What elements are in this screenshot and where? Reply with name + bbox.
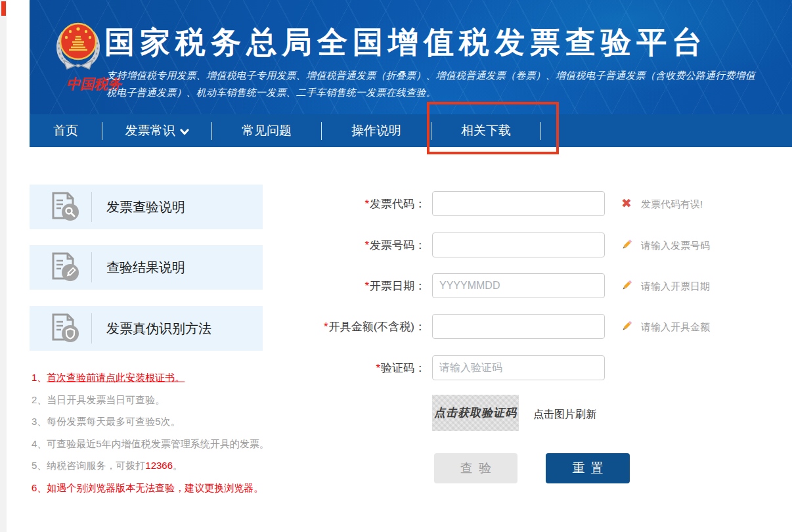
document-edit-icon xyxy=(48,250,82,284)
verify-button[interactable]: 查验 xyxy=(434,453,517,483)
note-item-3: 3、 每份发票每天最多可查验5次。 xyxy=(32,416,320,438)
note-number: 2、 xyxy=(32,394,47,407)
nav-divider xyxy=(540,122,541,140)
note-text: 当日开具发票当日可查验。 xyxy=(47,394,165,407)
sidebar-card-result-notes[interactable]: 查验结果说明 xyxy=(30,245,263,290)
captcha-refresh-link[interactable]: 点击图片刷新 xyxy=(533,408,596,422)
site-header: 中国税务 国家税务总局全国增值税发票查验平台 支持增值税专用发票、增值税电子专用… xyxy=(30,0,792,114)
label-text: 发票号码： xyxy=(370,239,426,252)
amount-hint: 请输入开具金额 xyxy=(641,321,710,334)
required-mark: * xyxy=(364,239,369,252)
main-nav: 首页 发票常识 常见问题 操作说明 相关下载 xyxy=(30,114,792,147)
document-search-icon xyxy=(48,190,82,224)
document-shield-icon xyxy=(48,311,82,345)
chevron-down-icon xyxy=(180,129,189,135)
nav-item-downloads-label: 相关下载 xyxy=(461,122,511,139)
subtitle-line-1: 支持增值税专用发票、增值税电子专用发票、增值税普通发票（折叠票）、增值税普通发票… xyxy=(106,67,789,84)
invoice-number-hint: 请输入发票号码 xyxy=(641,240,710,252)
required-mark: * xyxy=(364,198,369,210)
pencil-icon xyxy=(620,279,633,292)
captcha-image-text: 点击获取验证码 xyxy=(434,405,517,420)
nav-item-faq-label: 常见问题 xyxy=(242,122,292,139)
label-text: 开票日期： xyxy=(370,280,426,292)
invoice-number-input[interactable] xyxy=(432,233,605,257)
invoice-code-input[interactable] xyxy=(432,191,605,216)
label-text: 发票代码： xyxy=(370,198,426,210)
note-item-4: 4、 可查验最近5年内增值税发票管理系统开具的发票。 xyxy=(32,438,320,460)
reset-button[interactable]: 重置 xyxy=(546,453,630,483)
page-subtitle: 支持增值税专用发票、增值税电子专用发票、增值税普通发票（折叠票）、增值税普通发票… xyxy=(106,67,789,101)
amount-label: *开具金额(不含税)： xyxy=(263,319,426,334)
nav-item-invoice-knowledge[interactable]: 发票常识 xyxy=(102,114,211,147)
page-title: 国家税务总局全国增值税发票查验平台 xyxy=(104,22,707,63)
window-edge-strip xyxy=(0,0,7,532)
note-number: 5、 xyxy=(32,460,47,472)
required-mark: * xyxy=(324,321,328,333)
pencil-icon xyxy=(620,238,633,252)
required-mark: * xyxy=(364,280,369,292)
card-divider xyxy=(91,252,92,282)
note-text: 纳税咨询服务，可拨打 xyxy=(47,460,145,472)
invoice-code-label: *发票代码： xyxy=(263,196,426,211)
amount-input[interactable] xyxy=(432,314,605,339)
note-text: 如遇个别浏览器版本无法查验，建议更换浏览器。 xyxy=(47,482,263,495)
note-text: 。 xyxy=(173,460,183,472)
note-text: 每份发票每天最多可查验5次。 xyxy=(47,416,180,428)
note-item-5: 5、 纳税咨询服务，可拨打 12366 。 xyxy=(32,460,320,482)
nav-item-instructions-label: 操作说明 xyxy=(351,122,401,139)
note-number: 4、 xyxy=(32,438,47,451)
hotline-number: 12366 xyxy=(145,460,173,471)
note-number: 1、 xyxy=(32,372,47,384)
sidebar-card-label: 查验结果说明 xyxy=(106,259,185,277)
nav-item-instructions[interactable]: 操作说明 xyxy=(322,114,431,147)
nav-item-downloads[interactable]: 相关下载 xyxy=(431,114,540,147)
install-root-certificate-link[interactable]: 首次查验前请点此安装根证书。 xyxy=(47,372,185,384)
label-text: 验证码： xyxy=(381,362,426,374)
required-mark: * xyxy=(376,362,380,374)
corner-red-mark xyxy=(1,1,6,16)
label-text: 开具金额(不含税)： xyxy=(329,321,426,333)
nav-item-faq[interactable]: 常见问题 xyxy=(212,114,321,147)
nav-item-home[interactable]: 首页 xyxy=(30,114,102,147)
invoice-date-hint: 请输入开票日期 xyxy=(641,280,710,293)
subtitle-line-2: 税电子普通发票）、机动车销售统一发票、二手车销售统一发票在线查验。 xyxy=(106,84,789,101)
note-item-6: 6、 如遇个别浏览器版本无法查验，建议更换浏览器。 xyxy=(32,482,320,504)
sidebar-card-label: 发票查验说明 xyxy=(106,198,185,216)
tax-emblem-logo xyxy=(53,20,103,75)
captcha-image[interactable]: 点击获取验证码 xyxy=(432,395,519,431)
pencil-icon xyxy=(620,320,633,333)
captcha-label: *验证码： xyxy=(263,361,426,376)
note-item-2: 2、 当日开具发票当日可查验。 xyxy=(32,394,320,416)
error-x-icon: ✖ xyxy=(620,197,633,210)
note-number: 6、 xyxy=(32,482,47,495)
notes-list: 1、 首次查验前请点此安装根证书。 2、 当日开具发票当日可查验。 3、 每份发… xyxy=(32,372,320,504)
card-divider xyxy=(91,313,92,344)
nav-item-home-label: 首页 xyxy=(53,122,78,139)
sidebar-card-invoice-check-notes[interactable]: 发票查验说明 xyxy=(30,185,263,229)
note-number: 3、 xyxy=(32,416,47,428)
sidebar-card-label: 发票真伪识别方法 xyxy=(106,320,211,338)
captcha-input[interactable] xyxy=(432,355,605,380)
sidebar-card-authenticity-methods[interactable]: 发票真伪识别方法 xyxy=(30,306,263,351)
invoice-date-input[interactable] xyxy=(432,273,605,298)
invoice-number-label: *发票号码： xyxy=(263,238,426,253)
card-divider xyxy=(91,192,92,222)
invoice-code-error-message: 发票代码有误! xyxy=(641,198,703,211)
nav-item-invoice-knowledge-label: 发票常识 xyxy=(125,122,175,139)
invoice-date-label: *开票日期： xyxy=(263,278,426,294)
note-text: 可查验最近5年内增值税发票管理系统开具的发票。 xyxy=(47,438,269,451)
